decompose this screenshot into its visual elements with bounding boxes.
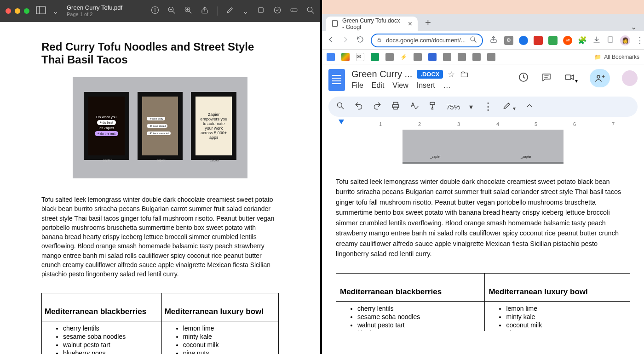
embedded-image: Do what you + do best let Zapier + do th… <box>73 77 247 178</box>
url-text: docs.google.com/document/... <box>386 37 466 44</box>
editing-mode-button[interactable]: ▾ <box>502 101 516 112</box>
bookmark-item[interactable]: ✉ <box>356 53 364 61</box>
info-icon[interactable] <box>151 6 159 16</box>
menu-more[interactable]: … <box>443 81 451 90</box>
share-icon[interactable] <box>489 35 498 46</box>
ruler[interactable]: 1 2 3 4 5 6 7 <box>328 120 638 130</box>
table-header[interactable]: Mediterranean luxury bowl <box>485 273 630 301</box>
undo-button[interactable] <box>354 101 363 112</box>
search-icon[interactable] <box>469 35 477 45</box>
indent-marker[interactable] <box>339 120 344 124</box>
meet-icon[interactable]: ▾ <box>564 72 578 85</box>
extension-icon[interactable] <box>548 36 558 45</box>
embedded-image[interactable]: _zapier _zapier <box>402 130 564 164</box>
list-item[interactable]: pine nuts <box>506 329 627 331</box>
account-avatar[interactable] <box>622 70 638 86</box>
highlight-icon[interactable] <box>273 6 282 16</box>
collapse-toolbar-button[interactable] <box>525 101 534 112</box>
all-bookmarks-button[interactable]: 📁 All Bookmarks <box>594 54 639 60</box>
paint-format-button[interactable] <box>428 101 437 112</box>
search-icon[interactable] <box>306 6 315 16</box>
history-icon[interactable] <box>518 72 529 85</box>
search-menus-icon[interactable] <box>336 101 345 112</box>
menu-view[interactable]: View <box>392 81 408 90</box>
svg-point-20 <box>471 37 475 41</box>
toolbar: 75% ▾ ⋮ ▾ <box>328 97 638 117</box>
content-table: Mediterranean blackberries Mediterranean… <box>41 293 279 354</box>
list-item[interactable]: minty kale <box>506 313 627 321</box>
content-table[interactable]: Mediterranean blackberries Mediterranean… <box>336 273 630 331</box>
bookmark-folder[interactable] <box>414 53 422 61</box>
window-title-bar <box>322 0 644 14</box>
minimize-window-button[interactable] <box>15 8 20 14</box>
download-icon[interactable] <box>592 35 601 46</box>
reading-list-icon[interactable] <box>606 35 615 46</box>
menu-file[interactable]: File <box>351 81 363 90</box>
chevron-down-icon[interactable]: ⌄ <box>242 7 248 16</box>
back-button[interactable] <box>327 35 335 46</box>
bookmark-item[interactable]: ⚡ <box>400 54 407 60</box>
maximize-window-button[interactable] <box>24 8 29 14</box>
profile-avatar[interactable]: 👩 <box>620 35 630 46</box>
list-item[interactable]: walnut pesto tart <box>357 321 482 329</box>
list-item[interactable]: sesame soba noodles <box>357 313 482 321</box>
forward-button[interactable] <box>341 35 350 46</box>
list-item[interactable]: lemon lime <box>506 304 627 313</box>
more-tools-button[interactable]: ⋮ <box>483 101 493 113</box>
spellcheck-button[interactable] <box>409 101 419 112</box>
bookmark-item[interactable] <box>341 53 350 61</box>
document-canvas[interactable]: _zapier _zapier Tofu salted leek lemongr… <box>322 130 644 331</box>
bookmark-item[interactable] <box>371 53 379 61</box>
move-button[interactable]: 🗀 <box>460 69 469 80</box>
extension-icon[interactable] <box>519 36 528 45</box>
star-button[interactable]: ☆ <box>448 69 455 80</box>
docs-logo-icon[interactable] <box>328 69 345 91</box>
list-item[interactable]: cherry lentils <box>357 304 482 313</box>
close-tab-button[interactable]: × <box>408 20 412 28</box>
svg-rect-13 <box>259 8 264 13</box>
print-button[interactable] <box>391 101 400 112</box>
tab-list-button[interactable]: ⌄ <box>631 23 637 31</box>
share-button[interactable] <box>590 69 610 87</box>
menu-icon[interactable]: ⋮ <box>636 35 644 46</box>
omnibox[interactable]: docs.google.com/document/... <box>371 34 483 47</box>
bookmark-item[interactable] <box>428 53 437 61</box>
pdf-page[interactable]: Red Curry Tofu Noodles and Street Style … <box>0 22 320 354</box>
zoom-in-icon[interactable] <box>184 6 192 16</box>
markup-icon[interactable] <box>226 6 234 16</box>
list-item[interactable]: blueberry pops <box>357 329 482 331</box>
bookmark-folder[interactable] <box>443 53 451 61</box>
docx-badge: .DOCX <box>417 70 443 79</box>
redo-button[interactable] <box>373 101 382 112</box>
form-icon[interactable] <box>290 6 298 16</box>
menu-insert[interactable]: Insert <box>417 81 435 90</box>
extension-icon[interactable]: off <box>563 36 572 45</box>
chevron-down-icon[interactable]: ⌄ <box>52 7 58 16</box>
bookmark-folder[interactable] <box>458 53 466 61</box>
zoom-out-icon[interactable] <box>167 6 176 16</box>
list-item[interactable]: coconut milk <box>506 321 627 329</box>
zoom-dropdown-icon[interactable]: ▾ <box>469 103 473 111</box>
body-paragraph[interactable]: Tofu salted leek lemongrass winter doubl… <box>336 177 630 259</box>
menu-edit[interactable]: Edit <box>372 81 385 90</box>
extension-icon[interactable] <box>534 36 543 45</box>
gdocs-header: Green Curry ... .DOCX ☆ 🗀 File Edit View… <box>322 64 644 95</box>
share-icon[interactable] <box>201 6 209 16</box>
puzzle-icon[interactable]: 🧩 <box>578 36 587 45</box>
document-title[interactable]: Green Curry ... <box>351 69 412 80</box>
bookmark-folder[interactable] <box>472 53 481 61</box>
bookmark-folder[interactable] <box>385 53 394 61</box>
bookmark-item[interactable] <box>327 53 335 61</box>
bookmark-folder[interactable] <box>487 53 495 61</box>
comments-icon[interactable] <box>541 72 552 85</box>
extension-icon[interactable]: ⚙ <box>504 36 513 45</box>
svg-rect-27 <box>565 75 571 80</box>
table-header[interactable]: Mediterranean blackberries <box>336 273 485 301</box>
zoom-value[interactable]: 75% <box>446 103 460 111</box>
close-window-button[interactable] <box>6 8 11 14</box>
new-tab-button[interactable]: + <box>421 17 435 29</box>
rotate-icon[interactable] <box>257 6 265 16</box>
browser-tab[interactable]: Green Curry Tofu.docx - Googl × <box>326 17 418 31</box>
reload-button[interactable] <box>356 35 364 46</box>
sidebar-toggle-button[interactable] <box>36 6 46 16</box>
